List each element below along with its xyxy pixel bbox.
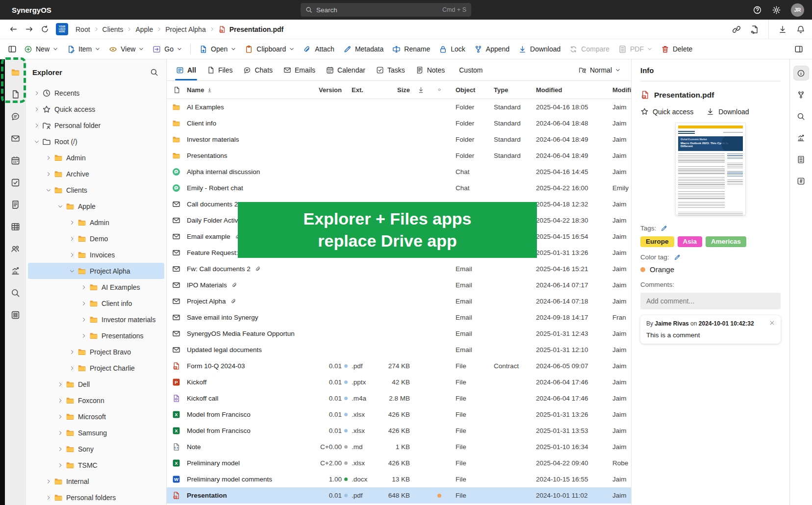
chevron-down-icon[interactable]	[33, 139, 41, 145]
column-modified-by[interactable]: Modified by	[606, 86, 631, 94]
tree-item-project-alpha[interactable]: Project Alpha	[28, 263, 164, 279]
chevron-right-icon[interactable]	[80, 317, 88, 323]
detail-rail-versions[interactable]	[794, 88, 809, 101]
tab-all[interactable]: All	[171, 59, 202, 80]
detail-rail-search[interactable]	[794, 109, 809, 123]
forward-button[interactable]	[23, 23, 35, 36]
table-row-client-info[interactable]: Client infoFolderStandard2024-06-04 18:4…	[167, 115, 631, 131]
download-button[interactable]: Download	[514, 43, 565, 56]
table-row-preliminary-model[interactable]: XPreliminary modelC+2.00.xlsx426 KBFile2…	[167, 455, 631, 471]
chevron-right-icon[interactable]	[33, 90, 41, 96]
tree-item-demo[interactable]: Demo	[28, 230, 164, 247]
chevron-down-icon[interactable]	[68, 268, 76, 274]
breadcrumb-item-apple[interactable]: Apple	[133, 24, 155, 35]
tag-pill-asia[interactable]: Asia	[678, 236, 703, 247]
item-button[interactable]: Item	[62, 43, 104, 56]
chevron-right-icon[interactable]	[45, 479, 52, 484]
chevron-right-icon[interactable]	[33, 106, 41, 112]
tree-item-admin[interactable]: Admin	[28, 150, 164, 166]
chevron-right-icon[interactable]	[56, 414, 64, 420]
app-rail-apps[interactable]	[9, 308, 23, 322]
tab-chats[interactable]: Chats	[238, 59, 278, 80]
app-rail-tasks[interactable]	[9, 176, 23, 189]
tenant-logo[interactable]: YOUR LOGO HERE	[56, 23, 68, 35]
tab-files[interactable]: Files	[202, 59, 238, 80]
chevron-right-icon[interactable]	[56, 446, 64, 452]
breadcrumb-item-project-alpha[interactable]: Project Alpha	[163, 24, 208, 35]
chevron-right-icon[interactable]	[45, 155, 52, 161]
chevron-right-icon[interactable]	[80, 301, 88, 306]
metadata-button[interactable]: Metadata	[339, 43, 388, 56]
tree-item-samsung[interactable]: Samsung	[28, 425, 164, 441]
chevron-right-icon[interactable]	[68, 236, 76, 242]
tree-item-client-info[interactable]: Client info	[28, 295, 164, 311]
open-button[interactable]: Open	[195, 43, 240, 56]
tree-item-dell[interactable]: Dell	[28, 376, 164, 392]
chevron-right-icon[interactable]	[56, 398, 64, 404]
copy-link-icon[interactable]	[732, 25, 741, 34]
document-preview-thumbnail[interactable]: Global Economic Market Macro Outlook 202…	[676, 123, 745, 215]
detail-rail-activity[interactable]	[794, 131, 809, 145]
downloads-icon[interactable]	[778, 25, 787, 34]
table-row-presentation[interactable]: Presentation0.01.pdf648 KBFile2024-10-01…	[167, 487, 631, 504]
tree-item-investor-materials[interactable]: Investor materials	[28, 311, 164, 328]
chevron-right-icon[interactable]	[56, 381, 64, 387]
edit-color-tag-pencil-icon[interactable]	[674, 254, 681, 261]
chevron-right-icon[interactable]	[80, 284, 88, 290]
chevron-right-icon[interactable]	[33, 123, 41, 128]
table-row-investor-materials[interactable]: Investor materialsFolderStandard2024-06-…	[167, 131, 631, 148]
clipboard-button[interactable]: Clipboard	[240, 43, 299, 56]
rename-button[interactable]: Rename	[388, 43, 434, 56]
table-row-updated-legal-documents[interactable]: Updated legal documentsEmail2025-01-31 1…	[167, 342, 631, 358]
tree-item-admin[interactable]: Admin	[28, 214, 164, 230]
chevron-right-icon[interactable]	[80, 333, 88, 339]
tree-item-ai-examples[interactable]: AI Examples	[28, 279, 164, 295]
table-row-kickoff[interactable]: PKickoff0.01.pptx42 KBFile2024-06-04 17:…	[167, 374, 631, 390]
tree-item-sony[interactable]: Sony	[28, 441, 164, 457]
new-button[interactable]: New	[20, 43, 62, 56]
column-ext[interactable]: Ext.	[350, 86, 378, 94]
chevron-right-icon[interactable]	[56, 430, 64, 436]
tree-item-tsmc[interactable]: TSMC	[28, 457, 164, 473]
settings-gear-icon[interactable]	[772, 5, 781, 15]
size-sort-icon[interactable]	[410, 86, 431, 94]
tab-tasks[interactable]: Tasks	[371, 59, 410, 80]
app-rail-emails[interactable]	[9, 131, 23, 145]
toggle-right-panel-button[interactable]	[791, 42, 806, 56]
tab-emails[interactable]: Emails	[278, 59, 321, 80]
close-icon[interactable]	[769, 320, 775, 326]
lock-button[interactable]: Lock	[434, 43, 470, 56]
breadcrumb-current[interactable]: Presentation.pdf	[216, 24, 286, 35]
detail-rail-info[interactable]	[794, 66, 809, 80]
table-row-presentations[interactable]: PresentationsFolderStandard2024-06-04 18…	[167, 148, 631, 164]
tab-calendar[interactable]: Calendar	[321, 59, 371, 80]
tree-item-archive[interactable]: Archive	[28, 166, 164, 182]
delete-button[interactable]: Delete	[657, 43, 697, 56]
table-row-save-email-into-synergy[interactable]: Save email into SynergyEmail2024-09-18 1…	[167, 309, 631, 326]
table-row-note[interactable]: NoteC+0.00.md1 KBFile2025-01-10 16:34Jai…	[167, 439, 631, 455]
view-mode-selector[interactable]: Normal	[579, 66, 620, 74]
add-comment-input[interactable]: Add comment...	[640, 293, 781, 309]
table-row-synergyos-media-feature-opportun[interactable]: SynergyOS Media Feature OpportunEmail202…	[167, 326, 631, 342]
chevron-right-icon[interactable]	[68, 220, 76, 226]
table-row-ipo-materials[interactable]: IPO MaterialsEmail2024-06-14 07:17Jaim	[167, 277, 631, 293]
tab-notes[interactable]: Notes	[410, 59, 451, 80]
tree-item-presentations[interactable]: Presentations	[28, 328, 164, 344]
tree-item-recents[interactable]: Recents	[28, 85, 164, 101]
tree-item-apple[interactable]: Apple	[28, 198, 164, 214]
column-size[interactable]: Size	[378, 86, 410, 94]
table-row-alpha-internal-discussion[interactable]: Alpha internal discussionChat2025-04-16 …	[167, 164, 631, 180]
tag-pill-americas[interactable]: Americas	[706, 236, 746, 247]
table-row-ai-examples[interactable]: AI ExamplesFolderStandard2025-04-16 18:0…	[167, 99, 631, 115]
go-button[interactable]: Go	[148, 43, 186, 56]
document-link-icon[interactable]	[750, 25, 759, 34]
tree-item-clients[interactable]: Clients	[28, 182, 164, 198]
append-button[interactable]: Append	[470, 43, 514, 56]
refresh-button[interactable]	[38, 23, 51, 36]
tree-item-foxconn[interactable]: Foxconn	[28, 392, 164, 408]
table-row-emily-robert-chat[interactable]: Emily - Robert chatChat2025-04-22 16:00E…	[167, 180, 631, 196]
chevron-down-icon[interactable]	[56, 203, 64, 209]
breadcrumb-item-root[interactable]: Root	[73, 24, 93, 35]
tree-item-internal[interactable]: Internal	[28, 473, 164, 489]
table-row-preliminary-model-comments[interactable]: WPreliminary model comments1.00.docx13 K…	[167, 471, 631, 487]
